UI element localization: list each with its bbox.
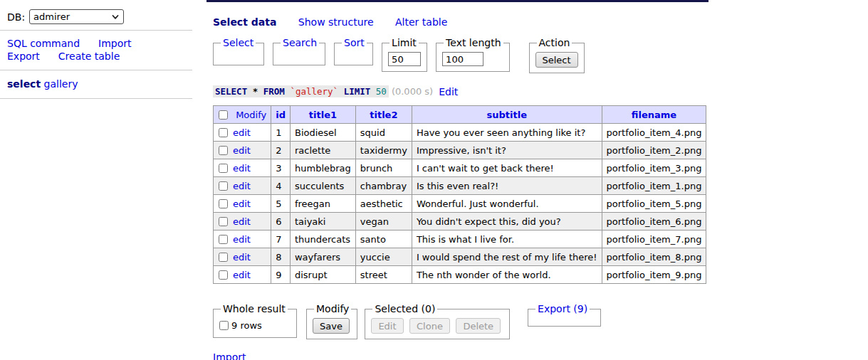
select-all-checkbox[interactable] xyxy=(219,110,228,120)
text-length-legend: Text length xyxy=(444,37,503,48)
action-legend: Action xyxy=(537,37,572,48)
cell-id: 9 xyxy=(271,266,291,284)
row-edit-link[interactable]: edit xyxy=(233,198,251,209)
cell-title2: aesthetic xyxy=(355,195,412,213)
row-edit-link[interactable]: edit xyxy=(233,145,251,156)
sidebar-link-export[interactable]: Export xyxy=(7,51,40,62)
sidebar: DB: admirer SQL commandImport ExportCrea… xyxy=(0,0,192,99)
sort-fieldset-link[interactable]: Sort xyxy=(344,37,365,48)
select-submit-button[interactable]: Select xyxy=(535,52,578,68)
column-sort-link[interactable]: subtitle xyxy=(487,110,527,120)
row-modify-cell: edit xyxy=(214,213,271,231)
row-edit-link[interactable]: edit xyxy=(233,252,251,263)
tab-alter-table[interactable]: Alter table xyxy=(395,16,447,28)
main-content: Select data Show structure Alter table S… xyxy=(213,0,726,360)
cell-id: 7 xyxy=(271,231,291,248)
cell-subtitle: Wonderful. Just wonderful. xyxy=(412,195,602,213)
tab-show-structure[interactable]: Show structure xyxy=(298,16,374,28)
column-header-subtitle: subtitle xyxy=(412,106,602,124)
cell-title1: freegan xyxy=(290,195,355,213)
row-edit-link[interactable]: edit xyxy=(233,127,251,138)
cell-title1: taiyaki xyxy=(290,213,355,231)
export-fieldset-link[interactable]: Export (9) xyxy=(538,303,587,314)
limit-input[interactable] xyxy=(388,52,421,66)
edit-query-link[interactable]: Edit xyxy=(439,86,458,97)
cell-subtitle: Impressive, isn't it? xyxy=(412,142,602,159)
modify-header-link[interactable]: Modify xyxy=(236,110,266,120)
column-header-filename: filename xyxy=(602,106,706,124)
db-label: DB: xyxy=(7,11,25,23)
fieldset-export: Export (9) xyxy=(528,303,601,327)
table-row: edit1BiodieselsquidHave you ever seen an… xyxy=(214,124,706,142)
clone-selected-button[interactable]: Clone xyxy=(409,318,450,334)
sql-keyword: SELECT xyxy=(215,86,247,97)
cell-id: 3 xyxy=(271,159,291,177)
row-modify-cell: edit xyxy=(214,142,271,159)
row-edit-link[interactable]: edit xyxy=(233,234,251,245)
search-fieldset-link[interactable]: Search xyxy=(283,37,317,48)
sidebar-link-sql-command[interactable]: SQL command xyxy=(7,38,80,49)
cell-subtitle: The nth wonder of the world. xyxy=(412,266,602,284)
table-row: edit7thundercatssantoThis is what I live… xyxy=(214,231,706,248)
cell-subtitle: This is what I live for. xyxy=(412,231,602,248)
import-link[interactable]: Import xyxy=(213,351,246,360)
whole-result-checkbox[interactable] xyxy=(219,321,229,330)
row-edit-link[interactable]: edit xyxy=(233,163,251,174)
cell-title1: succulents xyxy=(290,177,355,195)
row-checkbox[interactable] xyxy=(219,164,228,173)
cell-id: 2 xyxy=(271,142,291,159)
row-edit-link[interactable]: edit xyxy=(233,270,251,280)
delete-selected-button[interactable]: Delete xyxy=(456,318,501,334)
whole-result-legend: Whole result xyxy=(221,303,288,314)
column-header-title2: title2 xyxy=(355,106,412,124)
row-checkbox[interactable] xyxy=(219,199,228,208)
row-checkbox[interactable] xyxy=(219,128,228,137)
row-checkbox[interactable] xyxy=(219,217,228,226)
column-sort-link[interactable]: title2 xyxy=(370,110,397,120)
limit-legend: Limit xyxy=(389,37,419,48)
cell-id: 4 xyxy=(271,177,291,195)
cell-subtitle: Is this even real?! xyxy=(412,177,602,195)
cell-title1: disrupt xyxy=(290,266,355,284)
table-row: edit5freeganaestheticWonderful. Just won… xyxy=(214,195,706,213)
fieldset-modify: Modify Save xyxy=(306,303,357,339)
table-link-gallery[interactable]: gallery xyxy=(44,78,78,90)
sidebar-link-import[interactable]: Import xyxy=(98,38,131,49)
text-length-input[interactable] xyxy=(442,52,483,66)
cell-filename: portfolio_item_2.png xyxy=(602,142,706,159)
row-checkbox[interactable] xyxy=(219,146,228,155)
edit-selected-button[interactable]: Edit xyxy=(371,318,403,334)
cell-filename: portfolio_item_3.png xyxy=(602,159,706,177)
row-checkbox[interactable] xyxy=(219,181,228,191)
sidebar-link-create-table[interactable]: Create table xyxy=(58,51,120,62)
rows-count-label: 9 rows xyxy=(231,320,262,331)
row-edit-link[interactable]: edit xyxy=(233,216,251,227)
table-row: edit9disruptstreetThe nth wonder of the … xyxy=(214,266,706,284)
save-button[interactable]: Save xyxy=(313,318,350,334)
column-sort-link[interactable]: id xyxy=(276,110,286,120)
cell-title2: vegan xyxy=(355,213,412,231)
select-fieldset-link[interactable]: Select xyxy=(223,37,253,48)
cell-title2: street xyxy=(355,266,412,284)
column-sort-link[interactable]: title1 xyxy=(309,110,337,120)
cell-title2: squid xyxy=(355,124,412,142)
row-edit-link[interactable]: edit xyxy=(233,181,251,191)
column-sort-link[interactable]: filename xyxy=(632,110,676,120)
row-checkbox[interactable] xyxy=(219,235,228,244)
cell-title2: chambray xyxy=(355,177,412,195)
fieldset-limit: Limit xyxy=(382,37,427,72)
table-action-select[interactable]: select xyxy=(7,78,41,90)
row-checkbox[interactable] xyxy=(219,270,228,280)
query-time: (0.000 s) xyxy=(392,86,433,97)
cell-filename: portfolio_item_1.png xyxy=(602,177,706,195)
table-body: edit1BiodieselsquidHave you ever seen an… xyxy=(214,124,706,284)
cell-subtitle: Have you ever seen anything like it? xyxy=(412,124,602,142)
cell-filename: portfolio_item_5.png xyxy=(602,195,706,213)
row-modify-cell: edit xyxy=(214,231,271,248)
cell-filename: portfolio_item_7.png xyxy=(602,231,706,248)
db-select[interactable]: admirer xyxy=(29,9,124,24)
sql-keyword: LIMIT xyxy=(344,86,371,97)
row-checkbox[interactable] xyxy=(219,253,228,262)
cell-title1: humblebrag xyxy=(290,159,355,177)
tab-select-data: Select data xyxy=(213,16,276,28)
